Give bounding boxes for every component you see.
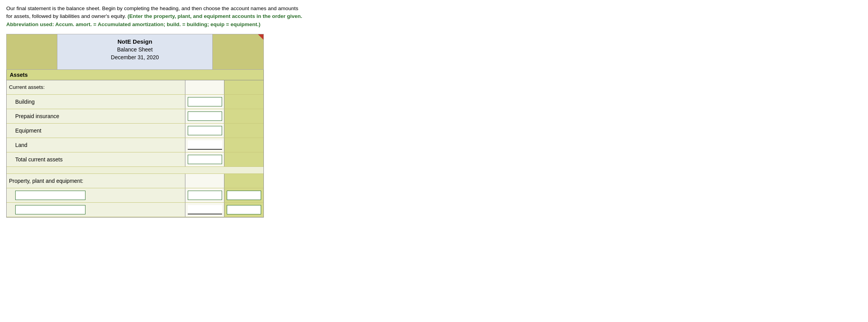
prepaid-insurance-amount-input[interactable]: [188, 111, 222, 121]
statement-date: December 31, 2020: [60, 54, 210, 60]
current-assets-total-cell-empty: [224, 80, 263, 94]
table-row: Equipment: [7, 124, 263, 138]
row-label-building: Building: [7, 95, 185, 109]
pp-row2-small-input-cell: [185, 203, 224, 217]
table-row: Prepaid insurance: [7, 109, 263, 124]
property-plant-input-empty: [185, 174, 224, 188]
header-right-decoration: [213, 34, 263, 69]
building-label: Building: [15, 99, 35, 105]
building-input-cell: [185, 95, 224, 109]
total-current-assets-total-cell: [224, 152, 263, 166]
total-current-assets-label: Total current assets: [15, 156, 62, 163]
land-amount-input[interactable]: [188, 140, 222, 150]
header-left-decoration: [7, 34, 57, 69]
property-plant-label-cell: Property, plant and equipment:: [7, 174, 185, 188]
intro-paragraph: Our final statement is the balance sheet…: [6, 5, 303, 28]
current-assets-section-label-row: Current assets:: [7, 80, 263, 95]
total-current-assets-label-cell: Total current assets: [7, 152, 185, 166]
table-row: Land: [7, 138, 263, 152]
assets-label: Assets: [10, 72, 28, 78]
current-assets-label: Current assets:: [9, 84, 45, 90]
pp-row2-small-amount-input[interactable]: [188, 205, 222, 214]
property-plant-total-empty: [224, 174, 263, 188]
land-input-cell: [185, 138, 224, 152]
section-spacer: [7, 167, 263, 174]
red-corner-icon: [258, 34, 263, 40]
property-plant-label: Property, plant and equipment:: [9, 178, 83, 184]
building-amount-input[interactable]: [188, 97, 222, 106]
pp-row1-total-cell: [224, 188, 263, 202]
balance-sheet-container: NotE Design Balance Sheet December 31, 2…: [6, 34, 264, 218]
pp-row2-label: [7, 203, 185, 217]
pp-row2-total-input[interactable]: [227, 205, 261, 214]
row-label-equipment: Equipment: [7, 124, 185, 138]
row-label-land: Land: [7, 138, 185, 152]
equipment-amount-input[interactable]: [188, 126, 222, 135]
row-label-prepaid-insurance: Prepaid insurance: [7, 109, 185, 123]
assets-header: Assets: [7, 70, 263, 80]
equipment-total-cell: [224, 124, 263, 138]
pp-row1-small-input-cell: [185, 188, 224, 202]
pp-row2-name-input[interactable]: [15, 205, 85, 214]
building-total-cell: [224, 95, 263, 109]
total-current-assets-row: Total current assets: [7, 152, 263, 167]
equipment-input-cell: [185, 124, 224, 138]
pp-row-2: [7, 203, 263, 217]
equipment-label: Equipment: [15, 127, 41, 134]
table-row: Building: [7, 95, 263, 109]
total-current-assets-input-cell: [185, 152, 224, 166]
prepaid-insurance-label: Prepaid insurance: [15, 113, 59, 119]
total-current-assets-input[interactable]: [188, 155, 222, 164]
current-assets-label-cell: Current assets:: [7, 80, 185, 94]
prepaid-insurance-input-cell: [185, 109, 224, 123]
balance-sheet-header: NotE Design Balance Sheet December 31, 2…: [6, 34, 264, 70]
company-name: NotE Design: [60, 38, 210, 45]
pp-row2-total-cell: [224, 203, 263, 217]
property-plant-label-row: Property, plant and equipment:: [7, 174, 263, 188]
pp-row1-label: [7, 188, 185, 202]
land-label: Land: [15, 142, 27, 148]
land-total-cell: [224, 138, 263, 152]
prepaid-insurance-total-cell: [224, 109, 263, 123]
pp-row1-small-amount-input[interactable]: [188, 191, 222, 200]
statement-type: Balance Sheet: [60, 46, 210, 53]
pp-row1-name-input[interactable]: [15, 191, 85, 200]
pp-row-1: [7, 188, 263, 203]
balance-sheet-body: Assets Current assets: Building Prepaid …: [6, 70, 264, 218]
current-assets-input-cell-empty: [185, 80, 224, 94]
pp-row1-total-input[interactable]: [227, 191, 261, 200]
header-center: NotE Design Balance Sheet December 31, 2…: [57, 34, 213, 69]
